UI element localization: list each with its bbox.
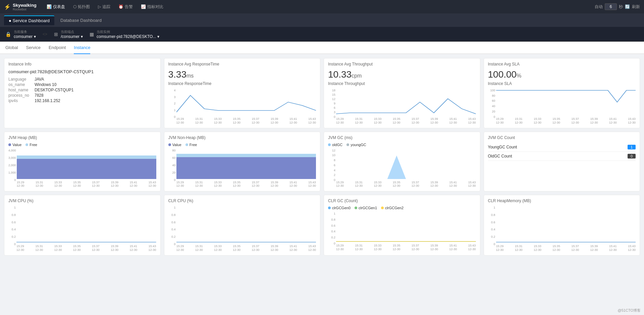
clr-gc-legend: clrGCGen0 clrGCGen1 clrGCGen2: [328, 206, 476, 210]
auto-label: 自动: [595, 4, 603, 10]
instance-info-panel: Instance Info comsumer-pid:7828@DESKTOP-…: [4, 58, 161, 128]
tab-endpoint[interactable]: Endpoint: [49, 42, 66, 54]
nav-items: 📊 仪表盘 ⬡ 拓扑图 ▷ 追踪 ⏰ 告警 📈 指标对比: [43, 3, 167, 11]
nav-topology-label: 拓扑图: [78, 4, 90, 10]
info-os: os_name Windows 10: [8, 82, 156, 87]
tab-service-label: Service Dashboard: [12, 18, 50, 23]
tab-global[interactable]: Global: [5, 42, 18, 54]
jvm-gc-x-labels: 15:2912-30 15:3112-30 15:3312-30 15:3512…: [336, 181, 476, 188]
jvm-non-heap-x-labels: 15:2912-30 15:3112-30 15:3312-30 15:3512…: [176, 181, 316, 188]
info-os-val: Windows 10: [35, 82, 56, 87]
info-pid-val: 7828: [35, 93, 44, 98]
clr-gen2-label: clrGCGen2: [385, 206, 404, 210]
jvm-gc-panel: JVM GC (ms) oldGC youngGC 121086420 15:2…: [324, 132, 480, 192]
service-selector-label: 当前服务: [14, 30, 36, 34]
nav-compare[interactable]: 📈 指标对比: [138, 3, 167, 11]
young-gc-label: YoungGC Count: [488, 145, 517, 149]
tab-service[interactable]: Service: [26, 42, 41, 54]
tab-database-dashboard[interactable]: Database Dashboard: [56, 16, 106, 25]
young-gc-badge: 1: [628, 145, 636, 149]
clr-cpu-y-labels: 10.80.60.40.20: [168, 206, 176, 252]
avg-response-panel: Instance Avg ResponseTime 3.33ms Instanc…: [164, 58, 321, 128]
endpoint-icon: ⊞: [54, 32, 58, 37]
main-content: Instance Info comsumer-pid:7828@DESKTOP-…: [0, 54, 644, 263]
response-time-chart: [176, 89, 316, 116]
info-language: Language JAVA: [8, 77, 156, 82]
clr-cpu-title: CLR CPU (%): [168, 198, 316, 203]
topology-icon: ⬡: [73, 4, 76, 9]
endpoint-selector-value[interactable]: /consumer ▾: [61, 34, 83, 39]
compare-icon: 📈: [141, 4, 146, 9]
clr-heap-title: CLR HeapMemory (MB): [488, 198, 636, 203]
old-gc-label: OldGC Count: [488, 154, 512, 159]
instance-selector-label: 当前实例: [97, 30, 159, 34]
info-language-key: Language: [8, 77, 32, 82]
refresh-icon[interactable]: 🔄: [625, 4, 630, 9]
instance-info-id: comsumer-pid:7828@DESKTOP-C5TQUP1: [8, 69, 156, 74]
clr-cpu-x-labels: 15:2912-30 15:3112-30 15:3312-30 15:3512…: [176, 244, 316, 252]
instance-selector-value[interactable]: comsumer-pid:7828@DESKTO... ▾: [97, 34, 159, 39]
service-selector-value[interactable]: comsumer ▾: [14, 34, 36, 39]
endpoint-selector-label: 当前端点: [61, 30, 83, 34]
nav-alarm-label: 告警: [125, 4, 133, 10]
tab-instance[interactable]: Instance: [74, 42, 90, 54]
jvm-gc-title: JVM GC (ms): [328, 135, 476, 140]
non-heap-value-label: Value: [172, 143, 181, 147]
jvm-heap-panel: JVM Heap (MB) Value Free 4,0003,0002,000…: [4, 132, 161, 192]
jvm-gc-chart: [336, 149, 476, 179]
gc-old-label: oldGC: [332, 143, 342, 147]
avg-sla-title: Instance Avg SLA: [488, 62, 636, 66]
refresh-interval-input[interactable]: [605, 3, 617, 10]
service-selector-group: 🔒 当前服务 comsumer ▾: [5, 30, 36, 39]
trace-icon: ▷: [98, 4, 101, 9]
row-3: JVM CPU (%) 10.80.60.40.20 15:2912-30 15…: [4, 195, 640, 256]
lock-icon: 🔒: [5, 32, 11, 37]
jvm-non-heap-legend: Value Free: [168, 143, 316, 147]
info-ip-val: 192.168.1.252: [35, 98, 60, 103]
clr-gc-title: CLR GC (Count): [328, 198, 476, 203]
avg-throughput-value: 10.33cpm: [328, 69, 476, 80]
info-host: host_name DESKTOP-C5TQUP1: [8, 88, 156, 92]
info-ip: ipv4s 192.168.1.252: [8, 98, 156, 103]
tab-database-label: Database Dashboard: [60, 18, 102, 23]
logo: ⚡ Skywalking Rocketbot: [4, 3, 37, 11]
refresh-label[interactable]: 刷新: [632, 4, 640, 10]
clr-heap-panel: CLR HeapMemory (MB) 10.80.60.40.20 15:29…: [484, 195, 640, 256]
clr-cpu-chart: [176, 206, 316, 243]
divider-1: <>: [43, 32, 47, 37]
avg-throughput-panel: Instance Avg Throughput 10.33cpm Instanc…: [324, 58, 480, 128]
nav-dashboard[interactable]: 📊 仪表盘: [43, 3, 68, 11]
row-1: Instance Info comsumer-pid:7828@DESKTOP-…: [4, 58, 640, 128]
clr-heap-chart: [496, 206, 636, 243]
jvm-cpu-x-labels: 15:2912-30 15:3112-30 15:3312-30 15:3512…: [16, 244, 156, 252]
info-os-key: os_name: [8, 82, 32, 87]
nav-trace[interactable]: ▷ 追踪: [95, 3, 114, 11]
instance-info-title: Instance Info: [8, 62, 156, 66]
auto-refresh-area: 自动 秒 🔄 刷新: [595, 3, 640, 10]
throughput-chart: [336, 89, 476, 116]
clr-gen0-label: clrGCGen0: [332, 206, 351, 210]
tab-service-icon: ●: [9, 18, 11, 23]
clr-gen1-label: clrGCGen1: [359, 206, 377, 210]
throughput-y-labels: 1815129630: [328, 89, 335, 125]
sla-x-labels: 15:2912-30 15:3112-30 15:3312-30 15:3512…: [496, 117, 636, 125]
logo-icon: ⚡: [4, 4, 11, 10]
instance-icon: ▦: [90, 32, 94, 37]
jvm-non-heap-y-labels: 806040200: [168, 149, 176, 188]
jvm-cpu-title: JVM CPU (%): [8, 198, 156, 203]
clr-gc-x-labels: 15:2912-30 15:3112-30 15:3312-30 15:3512…: [336, 244, 476, 251]
nav-topology[interactable]: ⬡ 拓扑图: [70, 3, 93, 11]
jvm-cpu-chart: [16, 206, 156, 243]
clr-heap-y-labels: 10.80.60.40.20: [488, 206, 495, 252]
response-x-labels: 15:2912-30 15:3112-30 15:3312-30 15:3512…: [176, 117, 316, 125]
clr-gc-panel: CLR GC (Count) clrGCGen0 clrGCGen1 clrGC…: [324, 195, 480, 256]
response-y-labels: 43210: [168, 89, 176, 125]
clr-cpu-panel: CLR CPU (%) 10.80.60.40.20 15:2912-30 15…: [164, 195, 321, 256]
tab-service-dashboard[interactable]: ● Service Dashboard: [4, 15, 54, 25]
nav-alarm[interactable]: ⏰ 告警: [115, 3, 136, 11]
row-2: JVM Heap (MB) Value Free 4,0003,0002,000…: [4, 132, 640, 192]
throughput-x-labels: 15:2912-30 15:3112-30 15:3312-30 15:3512…: [336, 117, 476, 125]
jvm-cpu-panel: JVM CPU (%) 10.80.60.40.20 15:2912-30 15…: [4, 195, 161, 256]
logo-sub: Rocketbot: [13, 8, 37, 11]
info-ip-key: ipv4s: [8, 98, 32, 103]
